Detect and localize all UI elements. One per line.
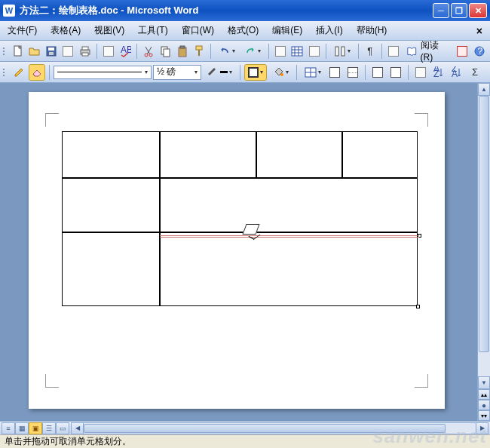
toolbar-grip[interactable] (3, 64, 8, 81)
erase-handle[interactable] (418, 234, 421, 238)
horizontal-scrollbar[interactable]: ◀ ▶ (71, 422, 488, 434)
toolbar-separator (296, 65, 297, 80)
open-button[interactable] (27, 43, 42, 60)
svg-rect-13 (180, 46, 185, 48)
line-preview (57, 72, 142, 72)
margin-corner-tl (45, 113, 59, 127)
merge-cells-button[interactable] (326, 64, 343, 81)
eraser-button[interactable] (29, 64, 45, 81)
permission-icon (63, 46, 73, 57)
document-map-button[interactable] (307, 43, 322, 60)
close-document-button[interactable]: × (473, 25, 485, 37)
document-area[interactable] (0, 83, 477, 421)
toolbar-separator (358, 44, 359, 59)
maximize-button[interactable]: ❐ (451, 3, 467, 18)
view-buttons: ≡ ▦ ▣ ☰ ▭ (2, 422, 69, 434)
split-cells-button[interactable] (345, 64, 361, 81)
research-button[interactable] (455, 43, 470, 60)
redo-button[interactable]: ▾ (240, 43, 265, 60)
toolbar-separator (408, 65, 409, 80)
columns-icon (334, 45, 346, 57)
spelling-button[interactable]: ABC (118, 43, 133, 60)
prev-page-button[interactable]: ▴▴ (478, 389, 490, 400)
scroll-right-button[interactable]: ▶ (476, 422, 488, 434)
border-color-button[interactable]: ▾ (203, 64, 236, 81)
scroll-left-button[interactable]: ◀ (71, 422, 84, 434)
paste-button[interactable] (175, 43, 190, 60)
line-weight-dropdown[interactable]: ½ 磅▾ (153, 65, 201, 80)
scroll-thumb[interactable] (84, 424, 446, 433)
line-style-dropdown[interactable]: ▾ (54, 66, 152, 79)
status-text: 单击并拖动可取消单元格划分。 (5, 435, 131, 448)
draw-table-button[interactable] (11, 64, 27, 81)
menu-edit[interactable]: 编辑(E) (269, 23, 305, 38)
help-button[interactable]: ? (472, 43, 487, 60)
scroll-track[interactable] (84, 422, 476, 434)
shading-color-button[interactable]: ▾ (268, 64, 292, 81)
svg-rect-11 (164, 49, 170, 57)
normal-view-button[interactable]: ≡ (2, 422, 15, 434)
reading-layout-button[interactable]: 阅读(R) (403, 43, 453, 60)
format-painter-icon (193, 45, 205, 57)
undo-button[interactable]: ▾ (215, 43, 239, 60)
menu-tools[interactable]: 工具(T) (135, 23, 170, 38)
align-button[interactable] (369, 64, 386, 81)
sort-desc-button[interactable]: ZA (449, 64, 465, 81)
research-icon (457, 46, 467, 57)
print-preview-button[interactable] (101, 43, 116, 60)
format-painter-button[interactable] (191, 43, 207, 60)
toolbar-grip[interactable] (3, 43, 7, 60)
show-formatting-button[interactable]: ¶ (363, 43, 378, 60)
autoformat-button[interactable] (412, 64, 429, 81)
minimize-button[interactable]: ─ (433, 3, 449, 18)
svg-rect-3 (49, 52, 54, 55)
next-page-button[interactable]: ▾▾ (478, 410, 490, 421)
drawn-table[interactable] (62, 131, 418, 306)
save-icon (45, 45, 57, 57)
menu-view[interactable]: 视图(V) (91, 23, 127, 38)
outline-view-button[interactable]: ☰ (42, 422, 56, 434)
menu-window[interactable]: 窗口(W) (179, 23, 217, 38)
reading-view-button[interactable]: ▭ (56, 422, 69, 434)
tables-borders-toolbar: ▾ ½ 磅▾ ▾ ▾ ▾ ▾ AZ ZA Σ (0, 62, 490, 83)
outside-border-button[interactable]: ▾ (244, 64, 267, 81)
menu-insert[interactable]: 插入(I) (313, 23, 345, 38)
sort-asc-button[interactable]: AZ (430, 64, 447, 81)
scroll-track[interactable] (478, 96, 490, 376)
status-bar: 单击并拖动可取消单元格划分。 (0, 434, 490, 448)
table-resize-handle[interactable] (416, 305, 420, 308)
menu-help[interactable]: 帮助(H) (354, 23, 390, 38)
cut-button[interactable] (141, 43, 156, 60)
menu-format[interactable]: 格式(O) (225, 23, 262, 38)
web-view-button[interactable]: ▦ (15, 422, 29, 434)
drawing-button[interactable] (386, 43, 401, 60)
distribute-rows-button[interactable] (387, 64, 404, 81)
menu-file[interactable]: 文件(F) (5, 23, 40, 38)
window-title: 方法二：绘制表格.doc - Microsoft Word (20, 4, 433, 17)
scroll-thumb[interactable] (479, 96, 489, 352)
vertical-scrollbar[interactable]: ▲ ▼ ▴▴ ● ▾▾ (477, 83, 490, 421)
scroll-up-button[interactable]: ▲ (478, 83, 490, 96)
map-icon (309, 46, 320, 57)
columns-button[interactable]: ▾ (330, 43, 354, 60)
autosum-button[interactable]: Σ (467, 64, 483, 81)
close-button[interactable]: ✕ (469, 3, 487, 18)
drawing-icon (388, 46, 399, 57)
permission-button[interactable] (60, 43, 75, 60)
insert-table-button[interactable] (289, 43, 305, 60)
new-document-button[interactable] (10, 43, 25, 60)
chinese-layout-button[interactable] (273, 43, 288, 60)
scroll-down-button[interactable]: ▼ (478, 376, 490, 389)
svg-rect-22 (341, 47, 345, 56)
print-button[interactable] (78, 43, 93, 60)
browse-object-button[interactable]: ● (478, 400, 490, 410)
svg-rect-15 (198, 50, 200, 56)
svg-rect-5 (82, 47, 88, 50)
insert-table-button2[interactable]: ▾ (301, 64, 325, 81)
copy-button[interactable] (158, 43, 173, 60)
toolbar-separator (210, 44, 211, 59)
print-layout-view-button[interactable]: ▣ (29, 422, 42, 434)
menu-table[interactable]: 表格(A) (47, 23, 84, 38)
save-button[interactable] (44, 43, 59, 60)
svg-point-8 (145, 54, 148, 57)
